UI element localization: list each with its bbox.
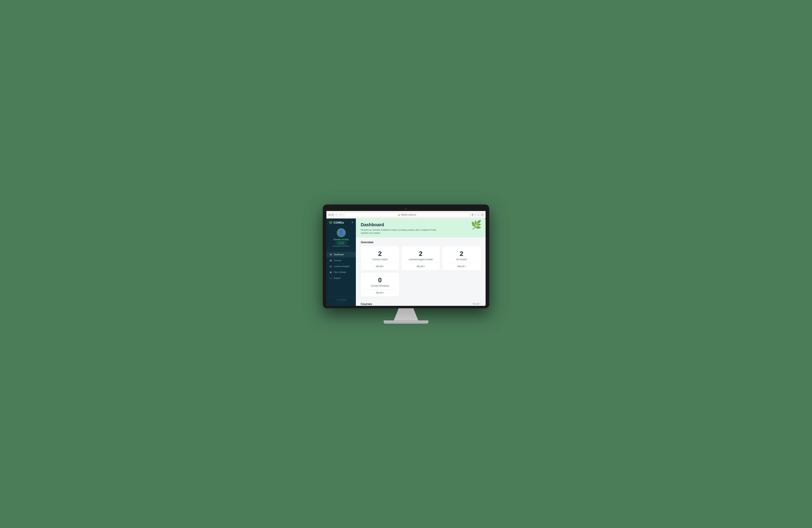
sidebar-label-dashboard: Dashboard bbox=[334, 254, 344, 256]
sidebar-label-learning-nuggets: Learning Nuggets bbox=[334, 265, 350, 268]
app-layout: 🌿 COREu ⚙ 👤 Domina srl Italy Creator dne… bbox=[327, 218, 485, 306]
sidebar-label-courses: Courses bbox=[334, 259, 341, 261]
stats-grid-row2: 0 Courses Remaining See all > bbox=[361, 273, 481, 297]
stat-number-learning-nuggets: 2 bbox=[419, 250, 423, 257]
stat-number-courses-created: 2 bbox=[378, 250, 382, 257]
overview-header: Overview bbox=[361, 241, 481, 244]
logo-leaf-icon: 🌿 bbox=[329, 221, 332, 224]
stat-link-courses-created[interactable]: See all > bbox=[376, 265, 384, 268]
courses-section: Courses See all > bbox=[356, 300, 485, 306]
avatar-person-icon: 👤 bbox=[338, 230, 344, 236]
stat-number-all-courses: 2 bbox=[460, 250, 463, 257]
courses-see-all[interactable]: See all > bbox=[473, 303, 481, 305]
overview-section: Overview 2 Courses Created See all > bbox=[356, 238, 485, 300]
stat-card-courses-remaining: 0 Courses Remaining See all > bbox=[361, 273, 399, 297]
window-control-2 bbox=[331, 214, 333, 216]
files-media-icon: ▣ bbox=[329, 271, 332, 273]
sidebar-item-dashboard[interactable]: ⊞ Dashboard bbox=[327, 252, 356, 257]
browser-actions: ⊕ ↑ + ⬜ bbox=[472, 213, 483, 216]
courses-icon: ▦ bbox=[329, 259, 332, 262]
sidebar-nav: ⊞ Dashboard ▦ Courses ▤ Learning Nuggets bbox=[327, 249, 356, 297]
monitor-stand-neck bbox=[394, 308, 418, 320]
sidebar-label-support: Support bbox=[334, 277, 341, 279]
banner-title: Dashboard bbox=[361, 222, 481, 227]
share-button[interactable]: ↑ bbox=[475, 214, 476, 216]
monitor-stand-base bbox=[384, 320, 428, 324]
monitor-body: ‹ › 🔒 c4learn.coreu.eu ⊕ ↑ + ⬜ 🌿 COREu bbox=[323, 204, 489, 308]
banner-subtitle: Presents an overview of platform content… bbox=[361, 228, 438, 234]
avatar: 👤 bbox=[337, 228, 346, 237]
main-content: Dashboard Presents an overview of platfo… bbox=[356, 218, 485, 306]
sidebar-item-support[interactable]: ▢ Support bbox=[327, 275, 356, 281]
sidebar: 🌿 COREu ⚙ 👤 Domina srl Italy Creator dne… bbox=[327, 218, 356, 306]
courses-section-title: Courses bbox=[361, 302, 372, 305]
stat-card-all-courses: 2 All Courses See all > bbox=[443, 246, 481, 270]
stat-number-courses-remaining: 0 bbox=[378, 276, 382, 284]
sidebar-item-files-media[interactable]: ▣ Files & Media bbox=[327, 269, 356, 275]
window-control-1 bbox=[329, 214, 331, 216]
url-text: c4learn.coreu.eu bbox=[401, 214, 416, 216]
user-email: dnext@domina-biella.it bbox=[333, 245, 350, 247]
sidebar-item-courses[interactable]: ▦ Courses bbox=[327, 257, 356, 263]
banner-leaf-icon: 🌿 bbox=[471, 220, 481, 229]
forward-button[interactable]: › bbox=[339, 213, 342, 216]
logo-text: COREu bbox=[334, 221, 344, 224]
tabs-button[interactable]: ⬜ bbox=[481, 213, 483, 216]
stat-link-learning-nuggets[interactable]: See all > bbox=[417, 265, 425, 268]
learning-nuggets-icon: ▤ bbox=[329, 265, 332, 268]
camera bbox=[405, 208, 407, 210]
window-controls bbox=[329, 214, 333, 216]
dashboard-banner: Dashboard Presents an overview of platfo… bbox=[356, 218, 485, 238]
app-screen: 🌿 COREu ⚙ 👤 Domina srl Italy Creator dne… bbox=[327, 218, 485, 306]
browser-chrome: ‹ › 🔒 c4learn.coreu.eu ⊕ ↑ + ⬜ bbox=[327, 211, 485, 218]
courses-section-header: Courses See all > bbox=[361, 302, 481, 305]
sidebar-logo-area: 🌿 COREu ⚙ bbox=[327, 221, 356, 226]
settings-icon[interactable]: ⚙ bbox=[351, 221, 353, 224]
stat-label-courses-remaining: Courses Remaining bbox=[371, 285, 389, 287]
creator-badge: Creator bbox=[336, 241, 346, 244]
sidebar-item-learning-nuggets[interactable]: ▤ Learning Nuggets bbox=[327, 263, 356, 269]
footer-logo-text: ▲▲ COREu bbox=[329, 299, 353, 301]
monitor: ‹ › 🔒 c4learn.coreu.eu ⊕ ↑ + ⬜ 🌿 COREu bbox=[323, 204, 489, 324]
dashboard-icon: ⊞ bbox=[329, 253, 332, 256]
overview-title: Overview bbox=[361, 241, 373, 244]
sidebar-label-files-media: Files & Media bbox=[334, 271, 346, 273]
stat-card-learning-nuggets-created: 2 Learning Nuggets Created See all > bbox=[402, 246, 440, 270]
lock-icon: 🔒 bbox=[398, 214, 400, 216]
sidebar-profile: 👤 Domina srl Italy Creator dnext@domina-… bbox=[327, 226, 356, 249]
footer-version: v1.0.0 bbox=[329, 301, 353, 303]
address-bar[interactable]: 🔒 c4learn.coreu.eu bbox=[344, 213, 470, 217]
sidebar-footer: ▲▲ COREu v1.0.0 bbox=[327, 297, 356, 304]
stat-card-courses-created: 2 Courses Created See all > bbox=[361, 246, 399, 270]
user-name: Domina srl Italy bbox=[334, 239, 349, 241]
new-tab-button[interactable]: + bbox=[478, 214, 479, 216]
back-button[interactable]: ‹ bbox=[335, 213, 338, 216]
stat-label-courses-created: Courses Created bbox=[372, 258, 388, 260]
stat-link-courses-remaining[interactable]: See all > bbox=[376, 291, 384, 294]
stat-link-all-courses[interactable]: See all > bbox=[458, 265, 465, 268]
support-icon: ▢ bbox=[329, 277, 332, 280]
stats-grid-row1: 2 Courses Created See all > 2 Learning N… bbox=[361, 246, 481, 270]
stat-label-all-courses: All Courses bbox=[456, 258, 467, 260]
stat-label-learning-nuggets: Learning Nuggets Created bbox=[409, 258, 433, 260]
extensions-button[interactable]: ⊕ bbox=[472, 213, 474, 216]
